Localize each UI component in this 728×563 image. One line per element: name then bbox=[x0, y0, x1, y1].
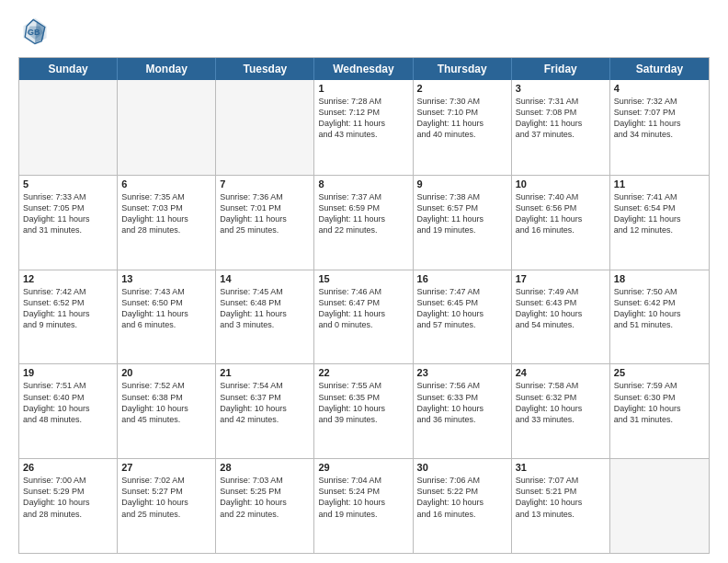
cell-info-line: and 0 minutes. bbox=[318, 319, 408, 330]
cell-info-line: and 19 minutes. bbox=[417, 224, 507, 236]
cell-info-line: Sunset: 6:33 PM bbox=[417, 392, 507, 403]
cell-info-line: Sunrise: 7:35 AM bbox=[121, 191, 211, 202]
day-header-friday: Friday bbox=[512, 58, 610, 80]
day-number: 8 bbox=[318, 178, 408, 190]
calendar-week-3: 12Sunrise: 7:42 AMSunset: 6:52 PMDayligh… bbox=[19, 270, 709, 364]
calendar-cell-empty bbox=[610, 459, 709, 553]
cell-info-line: and 25 minutes. bbox=[121, 509, 211, 520]
cell-info-line: Sunset: 7:05 PM bbox=[23, 202, 113, 213]
day-number: 1 bbox=[318, 83, 408, 94]
cell-info-line: Daylight: 11 hours bbox=[516, 118, 606, 129]
cell-info-line: Sunrise: 7:03 AM bbox=[220, 475, 310, 486]
cell-info-line: and 31 minutes. bbox=[614, 414, 705, 425]
day-header-thursday: Thursday bbox=[414, 58, 512, 80]
day-number: 31 bbox=[516, 462, 606, 473]
cell-info-line: Sunset: 5:27 PM bbox=[121, 486, 211, 497]
calendar-cell-10: 10Sunrise: 7:40 AMSunset: 6:56 PMDayligh… bbox=[512, 176, 610, 270]
cell-info-line: Sunset: 7:01 PM bbox=[220, 202, 310, 213]
cell-info-line: Sunset: 6:42 PM bbox=[614, 297, 705, 308]
day-header-monday: Monday bbox=[118, 58, 216, 80]
cell-info-line: Sunset: 6:50 PM bbox=[121, 297, 211, 308]
calendar-cell-14: 14Sunrise: 7:45 AMSunset: 6:48 PMDayligh… bbox=[216, 270, 314, 364]
calendar-cell-19: 19Sunrise: 7:51 AMSunset: 6:40 PMDayligh… bbox=[19, 364, 118, 458]
cell-info-line: and 9 minutes. bbox=[23, 319, 113, 330]
cell-info-line: and 39 minutes. bbox=[318, 414, 408, 425]
calendar-cell-4: 4Sunrise: 7:32 AMSunset: 7:07 PMDaylight… bbox=[610, 80, 709, 175]
day-number: 6 bbox=[121, 178, 211, 190]
cell-info-line: Sunrise: 7:52 AM bbox=[121, 380, 211, 391]
cell-info-line: Sunrise: 7:45 AM bbox=[220, 286, 310, 297]
cell-info-line: and 57 minutes. bbox=[417, 319, 507, 330]
cell-info-line: Daylight: 10 hours bbox=[220, 497, 310, 508]
cell-info-line: Sunset: 6:30 PM bbox=[614, 392, 705, 403]
cell-info-line: Daylight: 10 hours bbox=[417, 403, 507, 414]
calendar-cell-empty bbox=[118, 80, 216, 175]
calendar-week-5: 26Sunrise: 7:00 AMSunset: 5:29 PMDayligh… bbox=[19, 458, 709, 553]
day-number: 15 bbox=[318, 273, 408, 284]
cell-info-line: and 36 minutes. bbox=[417, 414, 507, 425]
calendar-cell-11: 11Sunrise: 7:41 AMSunset: 6:54 PMDayligh… bbox=[610, 176, 709, 270]
cell-info-line: Sunset: 6:57 PM bbox=[417, 202, 507, 213]
cell-info-line: Sunrise: 7:56 AM bbox=[417, 380, 507, 391]
day-number: 19 bbox=[23, 367, 113, 378]
cell-info-line: and 22 minutes. bbox=[220, 509, 310, 520]
cell-info-line: Sunrise: 7:40 AM bbox=[516, 191, 606, 202]
cell-info-line: Sunset: 7:08 PM bbox=[516, 107, 606, 118]
cell-info-line: Sunset: 5:29 PM bbox=[23, 486, 113, 497]
day-number: 25 bbox=[614, 367, 705, 378]
cell-info-line: and 12 minutes. bbox=[614, 224, 705, 236]
cell-info-line: Daylight: 11 hours bbox=[220, 213, 310, 224]
day-header-saturday: Saturday bbox=[610, 58, 709, 80]
cell-info-line: Sunset: 6:56 PM bbox=[516, 202, 606, 213]
cell-info-line: Daylight: 10 hours bbox=[318, 497, 408, 508]
cell-info-line: Sunset: 6:59 PM bbox=[318, 202, 408, 213]
cell-info-line: Daylight: 10 hours bbox=[417, 308, 507, 319]
calendar-cell-20: 20Sunrise: 7:52 AMSunset: 6:38 PMDayligh… bbox=[118, 364, 216, 458]
cell-info-line: Daylight: 11 hours bbox=[318, 308, 408, 319]
cell-info-line: Sunset: 7:07 PM bbox=[614, 107, 705, 118]
cell-info-line: Sunrise: 7:33 AM bbox=[23, 191, 113, 202]
cell-info-line: Daylight: 10 hours bbox=[417, 497, 507, 508]
calendar-week-1: 1Sunrise: 7:28 AMSunset: 7:12 PMDaylight… bbox=[19, 80, 709, 175]
calendar-cell-15: 15Sunrise: 7:46 AMSunset: 6:47 PMDayligh… bbox=[314, 270, 413, 364]
cell-info-line: Sunset: 6:54 PM bbox=[614, 202, 705, 213]
calendar-cell-18: 18Sunrise: 7:50 AMSunset: 6:42 PMDayligh… bbox=[610, 270, 709, 364]
cell-info-line: Sunrise: 7:47 AM bbox=[417, 286, 507, 297]
cell-info-line: Daylight: 10 hours bbox=[121, 403, 211, 414]
calendar-header: SundayMondayTuesdayWednesdayThursdayFrid… bbox=[19, 58, 709, 80]
day-number: 24 bbox=[516, 367, 606, 378]
cell-info-line: Sunset: 5:25 PM bbox=[220, 486, 310, 497]
calendar-cell-24: 24Sunrise: 7:58 AMSunset: 6:32 PMDayligh… bbox=[512, 364, 610, 458]
cell-info-line: Sunset: 5:24 PM bbox=[318, 486, 408, 497]
cell-info-line: Daylight: 10 hours bbox=[516, 403, 606, 414]
day-number: 17 bbox=[516, 273, 606, 284]
day-number: 3 bbox=[516, 83, 606, 94]
cell-info-line: Sunrise: 7:38 AM bbox=[417, 191, 507, 202]
day-number: 12 bbox=[23, 273, 113, 284]
day-number: 22 bbox=[318, 367, 408, 378]
calendar-cell-17: 17Sunrise: 7:49 AMSunset: 6:43 PMDayligh… bbox=[512, 270, 610, 364]
day-number: 26 bbox=[23, 462, 113, 473]
cell-info-line: Daylight: 10 hours bbox=[318, 403, 408, 414]
cell-info-line: Daylight: 11 hours bbox=[318, 118, 408, 129]
calendar-cell-7: 7Sunrise: 7:36 AMSunset: 7:01 PMDaylight… bbox=[216, 176, 314, 270]
day-number: 18 bbox=[614, 273, 705, 284]
calendar-cell-30: 30Sunrise: 7:06 AMSunset: 5:22 PMDayligh… bbox=[414, 459, 512, 553]
calendar-cell-23: 23Sunrise: 7:56 AMSunset: 6:33 PMDayligh… bbox=[414, 364, 512, 458]
day-number: 30 bbox=[417, 462, 507, 473]
day-number: 14 bbox=[220, 273, 310, 284]
day-number: 27 bbox=[121, 462, 211, 473]
cell-info-line: Sunset: 6:35 PM bbox=[318, 392, 408, 403]
cell-info-line: and 16 minutes. bbox=[516, 224, 606, 236]
cell-info-line: Daylight: 10 hours bbox=[614, 308, 705, 319]
cell-info-line: Sunset: 6:48 PM bbox=[220, 297, 310, 308]
cell-info-line: Sunrise: 7:55 AM bbox=[318, 380, 408, 391]
calendar: SundayMondayTuesdayWednesdayThursdayFrid… bbox=[18, 57, 710, 554]
cell-info-line: Sunrise: 7:02 AM bbox=[121, 475, 211, 486]
day-header-sunday: Sunday bbox=[19, 58, 118, 80]
cell-info-line: Sunrise: 7:46 AM bbox=[318, 286, 408, 297]
calendar-cell-26: 26Sunrise: 7:00 AMSunset: 5:29 PMDayligh… bbox=[19, 459, 118, 553]
cell-info-line: Sunrise: 7:30 AM bbox=[417, 96, 507, 107]
cell-info-line: Daylight: 10 hours bbox=[614, 403, 705, 414]
cell-info-line: and 34 minutes. bbox=[614, 129, 705, 140]
